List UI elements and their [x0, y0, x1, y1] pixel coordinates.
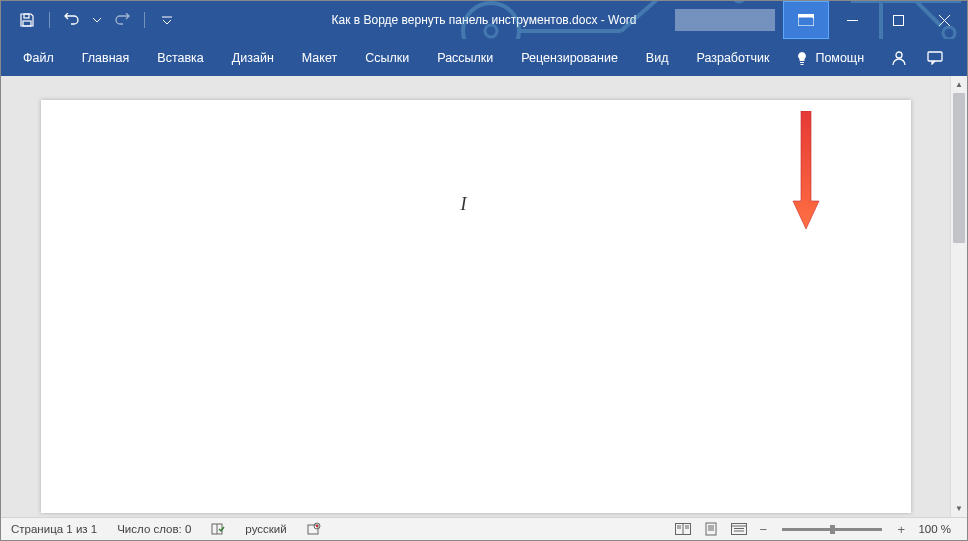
- title-bar: Как в Ворде вернуть панель инструментов.…: [1, 1, 967, 39]
- vertical-scrollbar[interactable]: ▲ ▼: [950, 76, 967, 517]
- web-layout-button[interactable]: [726, 518, 752, 541]
- read-mode-button[interactable]: [670, 518, 696, 541]
- quick-access-toolbar: [1, 6, 181, 34]
- svg-rect-1: [23, 21, 31, 26]
- separator: [144, 12, 145, 28]
- scroll-thumb[interactable]: [953, 93, 965, 243]
- print-layout-icon: [704, 522, 718, 536]
- svg-rect-5: [893, 15, 903, 25]
- zoom-slider[interactable]: [782, 528, 882, 531]
- page-container[interactable]: I: [1, 76, 950, 517]
- window-title: Как в Ворде вернуть панель инструментов.…: [332, 13, 637, 27]
- app-name: Word: [608, 13, 636, 27]
- tell-me-search[interactable]: Помощн: [783, 51, 876, 65]
- word-count[interactable]: Число слов: 0: [107, 518, 201, 541]
- document-area: I ▲ ▼: [1, 76, 967, 517]
- svg-rect-25: [706, 523, 716, 535]
- status-bar: Страница 1 из 1 Число слов: 0 русский − …: [1, 517, 967, 540]
- tab-design[interactable]: Дизайн: [218, 39, 288, 76]
- scroll-down-button[interactable]: ▼: [951, 500, 967, 517]
- tab-mailings[interactable]: Рассылки: [423, 39, 507, 76]
- svg-point-12: [896, 52, 902, 58]
- minimize-button[interactable]: [829, 1, 875, 39]
- qat-customize[interactable]: [153, 6, 181, 34]
- record-icon: [307, 522, 321, 536]
- spell-check-button[interactable]: [201, 518, 235, 541]
- undo-button[interactable]: [58, 6, 86, 34]
- tab-review[interactable]: Рецензирование: [507, 39, 632, 76]
- svg-rect-13: [928, 52, 942, 61]
- tab-file[interactable]: Файл: [9, 39, 68, 76]
- language-button[interactable]: русский: [235, 518, 296, 541]
- zoom-out-button[interactable]: −: [754, 522, 772, 537]
- person-icon: [891, 50, 907, 66]
- redo-button[interactable]: [108, 6, 136, 34]
- save-button[interactable]: [13, 6, 41, 34]
- user-account-area[interactable]: [675, 9, 775, 31]
- zoom-level[interactable]: 100 %: [912, 523, 957, 535]
- read-mode-icon: [675, 523, 691, 535]
- scroll-track[interactable]: [951, 93, 967, 500]
- svg-rect-0: [24, 14, 29, 18]
- scroll-up-button[interactable]: ▲: [951, 76, 967, 93]
- comments-button[interactable]: [927, 51, 943, 65]
- lightbulb-icon: [795, 51, 809, 65]
- tab-developer[interactable]: Разработчик: [682, 39, 783, 76]
- web-layout-icon: [731, 523, 747, 535]
- separator: [49, 12, 50, 28]
- page-count[interactable]: Страница 1 из 1: [1, 518, 107, 541]
- print-layout-button[interactable]: [698, 518, 724, 541]
- book-check-icon: [211, 522, 225, 536]
- svg-point-18: [315, 525, 317, 527]
- tab-view[interactable]: Вид: [632, 39, 683, 76]
- zoom-slider-handle[interactable]: [830, 525, 835, 534]
- tab-home[interactable]: Главная: [68, 39, 144, 76]
- comment-icon: [927, 51, 943, 65]
- maximize-button[interactable]: [875, 1, 921, 39]
- document-page[interactable]: I: [41, 100, 911, 513]
- text-cursor: I: [461, 194, 467, 215]
- document-name: Как в Ворде вернуть панель инструментов.…: [332, 13, 598, 27]
- title-bar-right: [675, 1, 967, 39]
- close-button[interactable]: [921, 1, 967, 39]
- undo-dropdown[interactable]: [90, 6, 104, 34]
- tab-insert[interactable]: Вставка: [143, 39, 217, 76]
- share-button[interactable]: [891, 50, 907, 66]
- tab-layout[interactable]: Макет: [288, 39, 351, 76]
- tab-references[interactable]: Ссылки: [351, 39, 423, 76]
- ribbon-tabs: Файл Главная Вставка Дизайн Макет Ссылки…: [1, 39, 967, 76]
- macro-record-button[interactable]: [297, 518, 331, 541]
- zoom-in-button[interactable]: +: [892, 522, 910, 537]
- ribbon-display-options-button[interactable]: [783, 1, 829, 39]
